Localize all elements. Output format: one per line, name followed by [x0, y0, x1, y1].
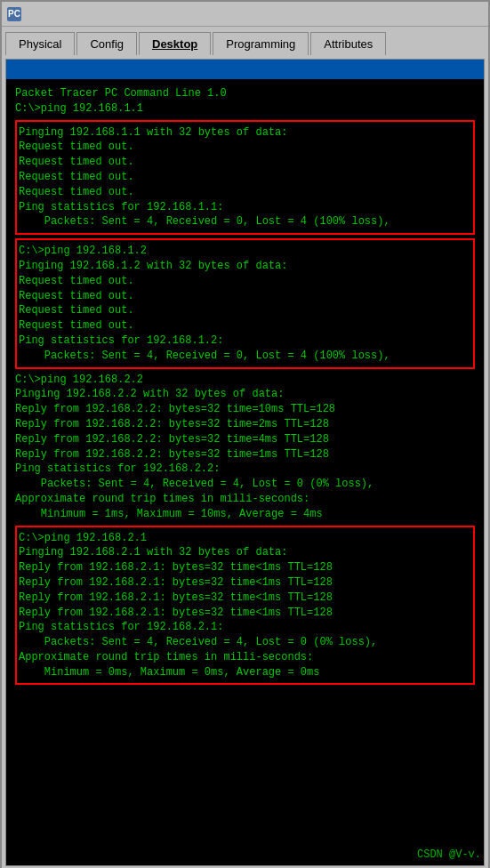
terminal-line: Request timed out. [19, 185, 471, 200]
terminal-line: Approximate round trip times in milli-se… [15, 492, 475, 507]
terminal-line: Pinging 192.168.1.2 with 32 bytes of dat… [19, 259, 471, 274]
terminal-block-2: C:\>ping 192.168.1.2Pinging 192.168.1.2 … [15, 238, 475, 368]
terminal-line: Ping statistics for 192.168.1.1: [19, 200, 471, 215]
terminal-line: Reply from 192.168.2.1: bytes=32 time<1m… [19, 591, 471, 606]
terminal-line: C:\>ping 192.168.1.2 [19, 244, 471, 259]
terminal-line: Pinging 192.168.2.2 with 32 bytes of dat… [15, 387, 475, 402]
tab-desktop[interactable]: Desktop [139, 32, 211, 55]
terminal-intro: Packet Tracer PC Command Line 1.0 [15, 86, 475, 101]
watermark: CSDN @V-v. [417, 848, 481, 861]
terminal-line: Packets: Sent = 4, Received = 4, Lost = … [15, 477, 475, 492]
terminal-line: Reply from 192.168.2.1: bytes=32 time<1m… [19, 575, 471, 591]
terminal-line: Packets: Sent = 4, Received = 0, Lost = … [19, 349, 471, 364]
terminal-line: Reply from 192.168.2.2: bytes=32 time=4m… [15, 432, 475, 447]
terminal-line: Request timed out. [19, 170, 471, 185]
tab-physical[interactable]: Physical [5, 32, 75, 55]
title-bar: PC [2, 2, 488, 27]
tab-programming[interactable]: Programming [213, 32, 309, 55]
terminal-line: Reply from 192.168.2.2: bytes=32 time=2m… [15, 417, 475, 432]
terminal-line: Request timed out. [19, 318, 471, 334]
terminal-line: Ping statistics for 192.168.2.2: [15, 462, 475, 477]
terminal-line: Request timed out. [19, 274, 471, 289]
terminal-block-4: C:\>ping 192.168.2.1Pinging 192.168.2.1 … [15, 526, 475, 686]
window-icon: PC [7, 7, 21, 21]
terminal-line: Packets: Sent = 4, Received = 0, Lost = … [19, 214, 471, 229]
terminal-line: Ping statistics for 192.168.2.1: [19, 620, 471, 635]
tab-bar: PhysicalConfigDesktopProgrammingAttribut… [2, 27, 488, 55]
terminal-line: Minimum = 0ms, Maximum = 0ms, Average = … [19, 665, 471, 680]
terminal-block-1: Pinging 192.168.1.1 with 32 bytes of dat… [15, 120, 475, 236]
terminal-line: Request timed out. [19, 303, 471, 318]
command-prompt-container: Packet Tracer PC Command Line 1.0C:\>pin… [5, 59, 485, 866]
terminal-line: Request timed out. [19, 140, 471, 155]
content-area: Packet Tracer PC Command Line 1.0C:\>pin… [2, 55, 488, 868]
window: PC PhysicalConfigDesktopProgrammingAttri… [0, 0, 490, 868]
terminal-line: Pinging 192.168.1.1 with 32 bytes of dat… [19, 125, 471, 141]
terminal-line: Ping statistics for 192.168.1.2: [19, 334, 471, 349]
terminal-line: C:\>ping 192.168.1.1 [15, 101, 475, 117]
tab-config[interactable]: Config [76, 32, 137, 55]
terminal-line: C:\>ping 192.168.2.2 [15, 373, 475, 388]
terminal-line: Request timed out. [19, 155, 471, 170]
terminal-line: Pinging 192.168.2.1 with 32 bytes of dat… [19, 545, 471, 560]
terminal-line: Request timed out. [19, 289, 471, 304]
terminal-line: Reply from 192.168.2.2: bytes=32 time=10… [15, 402, 475, 417]
terminal-line: Minimum = 1ms, Maximum = 10ms, Average =… [15, 507, 475, 522]
terminal-line: Reply from 192.168.2.1: bytes=32 time<1m… [19, 560, 471, 575]
terminal-line: Approximate round trip times in milli-se… [19, 650, 471, 665]
terminal[interactable]: Packet Tracer PC Command Line 1.0C:\>pin… [6, 79, 484, 865]
tab-attributes[interactable]: Attributes [310, 32, 386, 55]
terminal-line: Reply from 192.168.2.2: bytes=32 time=1m… [15, 447, 475, 462]
prompt-header [6, 60, 484, 79]
terminal-line: Packets: Sent = 4, Received = 4, Lost = … [19, 635, 471, 650]
terminal-line: C:\>ping 192.168.2.1 [19, 531, 471, 546]
terminal-line: Reply from 192.168.2.1: bytes=32 time<1m… [19, 606, 471, 621]
